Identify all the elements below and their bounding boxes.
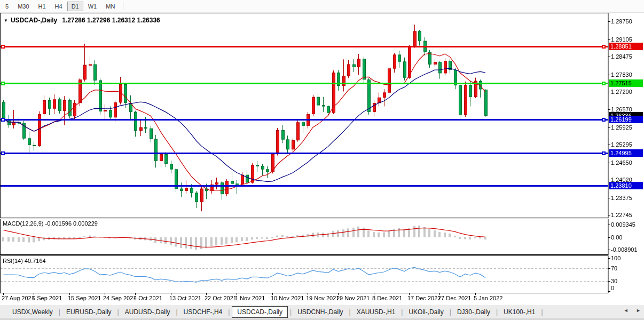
date-axis-label: 27 Dec 2021 — [438, 295, 471, 301]
tab-usdx-weekly[interactable]: USDX,Weekly — [7, 307, 58, 317]
timeframe-h4-button[interactable]: H4 — [51, 2, 67, 11]
macd-axis-label: 0.00 — [611, 235, 622, 241]
price-axis-label: 1.25925 — [611, 125, 632, 131]
chart-canvas[interactable] — [0, 0, 644, 320]
tab-separator: | — [227, 308, 231, 316]
macd-indicator-label: MACD(12,26,9) -0.001596 0.000229 — [3, 220, 98, 227]
chart-title: ▼USDCAD-,Daily1.27286 1.27296 1.26312 1.… — [4, 17, 160, 24]
rsi-axis-label: 70 — [611, 266, 617, 271]
tab-scroll-right-icon[interactable]: ► — [636, 308, 641, 313]
date-axis-label: 13 Oct 2021 — [169, 295, 201, 301]
timeframe-h1-button[interactable]: H1 — [34, 2, 50, 11]
tab-separator: | — [348, 308, 352, 316]
date-axis-label: 5 Jan 2022 — [474, 295, 502, 301]
date-axis-label: 8 Dec 2021 — [372, 295, 402, 301]
rsi-axis-label: 0 — [611, 285, 614, 291]
tab-xauusd-h1[interactable]: XAUUSD-,H1 — [352, 307, 400, 317]
tab-separator: | — [540, 308, 544, 316]
timeframe-d1-button[interactable]: D1 — [67, 2, 83, 11]
tab-scroll-arrows: ◄ ► — [617, 308, 641, 313]
collapse-arrow-icon[interactable]: ▼ — [4, 18, 8, 23]
rsi-indicator-label: RSI(14) 40.7164 — [3, 258, 46, 264]
level-badge: 1.26199 — [609, 116, 643, 123]
timeframe-5-button[interactable]: 5 — [1, 2, 13, 11]
date-axis-label: 1 Nov 2021 — [235, 295, 265, 301]
rsi-axis-label: 100 — [611, 255, 621, 261]
tab-usdcad-daily[interactable]: USDCAD-,Daily — [232, 306, 288, 318]
resistance-level-badge: 1.28851 — [609, 43, 643, 50]
date-axis-label: 19 Nov 2021 — [306, 295, 339, 301]
level-badge: 1.23810 — [609, 182, 643, 189]
tab-separator: | — [495, 308, 499, 316]
price-axis-label: 1.27200 — [611, 89, 632, 95]
date-axis-label: 6 Sep 2021 — [32, 295, 62, 301]
date-axis-label: 10 Nov 2021 — [271, 295, 304, 301]
price-axis-label: 1.28475 — [611, 54, 632, 60]
chart-quote-ohlc: 1.27286 1.27296 1.26312 1.26336 — [62, 17, 160, 24]
date-axis-label: 22 Oct 2021 — [205, 295, 237, 301]
tab-scroll-left-icon[interactable]: ◄ — [624, 308, 629, 313]
price-axis-label: 1.27830 — [611, 72, 632, 78]
macd-axis-label: -0.008901 — [611, 247, 638, 253]
support-level-badge: 1.27515 — [609, 79, 643, 87]
tab-uk100-h1[interactable]: UK100-,H1 — [499, 307, 540, 317]
date-axis-label: 4 Oct 2021 — [133, 295, 162, 301]
date-axis-label: 24 Sep 2021 — [103, 295, 136, 301]
date-axis-label: 29 Nov 2021 — [336, 295, 370, 301]
date-axis-label: 15 Sep 2021 — [68, 295, 101, 301]
rsi-axis-label: 30 — [611, 278, 617, 284]
tab-usdcnh-daily[interactable]: USDCNH-,Daily — [293, 307, 348, 317]
tab-ukoil-daily[interactable]: UKOil-,Daily — [404, 307, 448, 317]
price-axis-label: 1.22745 — [611, 212, 632, 218]
timeframe-m30-button[interactable]: M30 — [13, 2, 33, 11]
macd-axis-label: 0.009345 — [611, 222, 635, 228]
tab-audusd-daily[interactable]: AUDUSD-,Daily — [120, 307, 175, 317]
tab-separator: | — [449, 308, 452, 316]
timeframe-w1-button[interactable]: W1 — [84, 2, 101, 11]
tab-eurusd-daily[interactable]: EURUSD-,Daily — [61, 307, 116, 317]
price-axis-label: 1.29750 — [611, 19, 632, 25]
tab-separator: | — [289, 308, 293, 316]
tab-separator: | — [175, 308, 178, 316]
chart-tab-bar: USDX,Weekly|EURUSD-,Daily|AUDUSD-,Daily|… — [0, 305, 644, 318]
date-axis-label: 17 Dec 2021 — [407, 295, 441, 301]
tab-separator: | — [116, 308, 120, 316]
tab-separator: | — [58, 308, 61, 316]
trading-terminal-window: 5M30H1H4D1W1MN ▼USDCAD-,Daily1.27286 1.2… — [0, 0, 644, 320]
price-axis-label: 1.29105 — [611, 37, 632, 43]
tab-usdchf-h4[interactable]: USDCHF-,H4 — [179, 307, 227, 317]
tab-separator: | — [400, 308, 404, 316]
price-axis-label: 1.23375 — [611, 195, 632, 201]
chart-symbol-label: USDCAD-,Daily — [11, 17, 57, 24]
date-axis-label: 27 Aug 2021 — [2, 295, 35, 301]
price-axis-label: 1.24650 — [611, 160, 632, 166]
price-axis-label: 1.25295 — [611, 142, 632, 148]
level-badge: 1.24995 — [609, 149, 643, 157]
toolbar-separator — [123, 2, 123, 10]
timeframe-toolbar: 5M30H1H4D1W1MN — [0, 0, 644, 13]
tab-dj30-daily[interactable]: DJ30-,Daily — [452, 307, 495, 317]
timeframe-mn-button[interactable]: MN — [101, 2, 119, 11]
